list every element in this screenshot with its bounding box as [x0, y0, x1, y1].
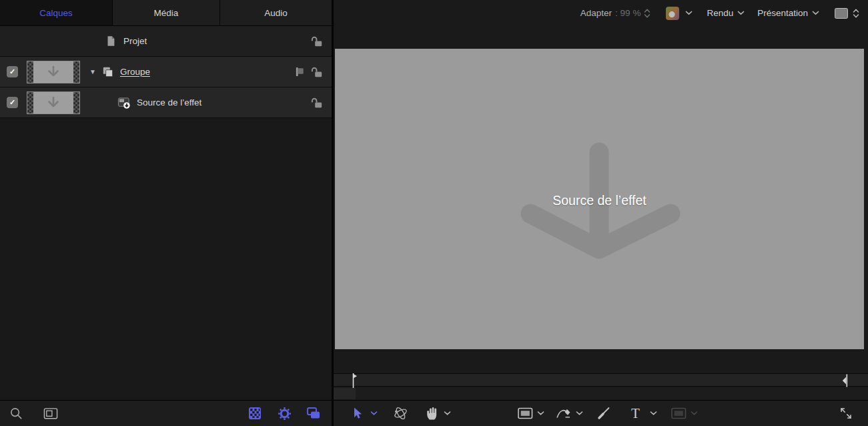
down-arrow-thumb-icon — [45, 65, 62, 79]
chevron-down-icon[interactable] — [812, 11, 819, 15]
disclosure-triangle-icon[interactable]: ▼ — [89, 68, 96, 75]
gear-icon[interactable] — [278, 407, 292, 421]
layers-panel: Calques Média Audio Projet ✓ — [0, 0, 332, 426]
mask-tool-icon — [671, 407, 687, 420]
tab-calques[interactable]: Calques — [0, 0, 112, 25]
shape-tool-icon[interactable] — [517, 407, 534, 420]
color-swatch-icon[interactable] — [666, 7, 679, 20]
filmstrip-edge — [73, 61, 79, 83]
orbit-tool-icon[interactable] — [392, 405, 409, 421]
lock-open-icon[interactable] — [310, 96, 323, 110]
presentation-menu[interactable]: Présentation — [757, 8, 808, 18]
text-tool-chevron-icon[interactable] — [650, 411, 657, 416]
shape-tool-chevron-icon[interactable] — [537, 411, 544, 416]
lock-open-icon[interactable] — [310, 35, 323, 48]
mask-tool-chevron-icon — [691, 411, 698, 416]
pan-tool-icon[interactable] — [425, 406, 438, 421]
panel-tab-bar: Calques Média Audio — [0, 0, 332, 26]
preview-area-icon[interactable] — [43, 407, 58, 420]
select-tool-icon[interactable] — [351, 407, 364, 420]
display-icon[interactable] — [835, 8, 848, 19]
bezier-tool-chevron-icon[interactable] — [576, 411, 583, 416]
flag-icon — [294, 66, 306, 77]
filmstrip-edge — [27, 61, 33, 83]
viewer-toolbar: Adapter : 99 % Rendu Présentation — [334, 0, 868, 26]
group-icon — [101, 65, 114, 78]
groupe-activation-checkbox[interactable]: ✓ — [7, 66, 18, 77]
text-tool-icon[interactable]: T — [631, 407, 640, 421]
project-label: Projet — [123, 36, 147, 46]
effect-source-icon — [117, 96, 131, 110]
expand-icon[interactable] — [838, 405, 854, 421]
chevron-down-icon[interactable] — [737, 11, 745, 15]
zoom-menu-label[interactable]: Adapter — [580, 8, 612, 18]
source-effet-label[interactable]: Source de l’effet — [137, 97, 201, 108]
display-stepper-icon[interactable] — [853, 8, 859, 19]
layer-row-groupe[interactable]: ✓ ▼ Groupe — [0, 57, 332, 87]
render-menu[interactable]: Rendu — [707, 8, 733, 18]
tools-bar: T — [334, 400, 868, 426]
brush-tool-icon[interactable] — [596, 406, 611, 421]
checkerboard-icon[interactable] — [248, 407, 262, 420]
canvas-viewer: Adapter : 99 % Rendu Présentation — [334, 0, 868, 426]
tab-media[interactable]: Média — [112, 0, 220, 25]
groupe-label[interactable]: Groupe — [120, 67, 150, 77]
mini-timeline[interactable] — [334, 373, 868, 387]
zoom-value: : 99 % — [615, 8, 640, 18]
down-arrow-thumb-icon — [45, 95, 62, 110]
timeline-scroll-strip[interactable] — [334, 388, 868, 399]
filmstrip-edge — [73, 92, 79, 114]
source-activation-checkbox[interactable]: ✓ — [7, 97, 18, 108]
bezier-tool-icon[interactable] — [556, 406, 574, 421]
tab-audio[interactable]: Audio — [220, 0, 332, 25]
zoom-stepper-icon[interactable] — [644, 8, 650, 19]
layer-row-project[interactable]: Projet — [0, 26, 332, 57]
select-tool-chevron-icon[interactable] — [370, 411, 378, 416]
search-icon[interactable] — [9, 407, 23, 421]
filmstrip-edge — [27, 92, 33, 114]
document-icon — [105, 35, 117, 47]
canvas[interactable]: Source de l’effet — [335, 49, 864, 349]
motion-window: Calques Média Audio Projet ✓ — [0, 0, 868, 426]
layers-panel-footer — [0, 400, 332, 426]
timeline-scroll-handle[interactable] — [334, 388, 356, 399]
groupe-thumbnail[interactable] — [27, 61, 80, 83]
lock-open-icon[interactable] — [310, 65, 323, 79]
canvas-placeholder-label: Source de l’effet — [335, 193, 864, 208]
layers-list-empty-area — [0, 118, 332, 400]
layer-row-source-effet[interactable]: ✓ Source de l’effet — [0, 87, 332, 118]
pan-tool-chevron-icon[interactable] — [444, 411, 451, 416]
layers-icon[interactable] — [306, 407, 321, 420]
chevron-down-icon[interactable] — [685, 11, 693, 15]
source-thumbnail[interactable] — [27, 91, 80, 114]
